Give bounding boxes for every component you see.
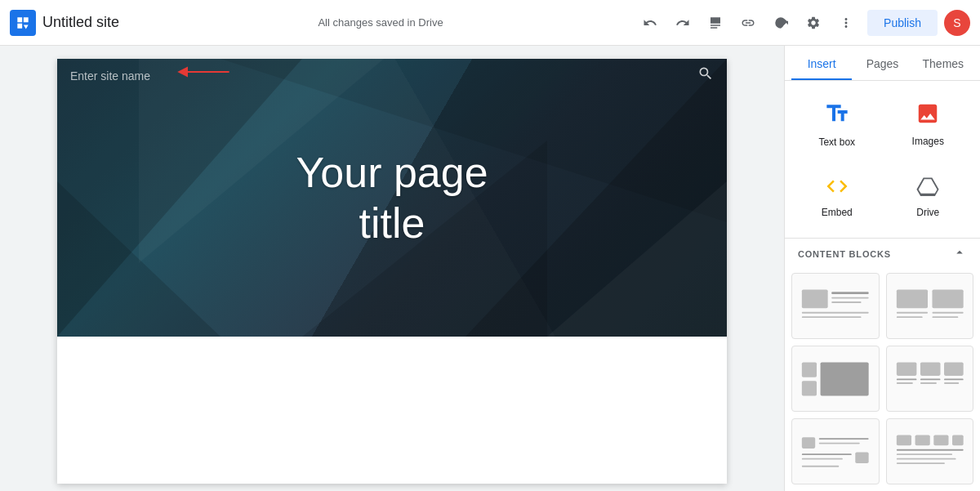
arrow-annotation bbox=[176, 64, 233, 80]
hero-section[interactable]: Your page title bbox=[57, 59, 727, 337]
svg-rect-45 bbox=[896, 453, 951, 455]
hero-title-text: Your page title bbox=[296, 147, 488, 249]
block-card-2[interactable] bbox=[886, 273, 974, 339]
insert-drive[interactable]: Drive bbox=[883, 161, 974, 231]
site-wrapper: Your page title bbox=[57, 59, 727, 484]
svg-rect-19 bbox=[932, 311, 963, 313]
svg-rect-22 bbox=[802, 381, 817, 395]
site-title[interactable]: Untitled site bbox=[42, 14, 119, 31]
topbar: Untitled site All changes saved in Drive… bbox=[0, 0, 980, 46]
svg-rect-26 bbox=[944, 362, 964, 375]
block-card-3[interactable] bbox=[791, 346, 880, 412]
svg-rect-29 bbox=[920, 378, 940, 380]
svg-rect-14 bbox=[802, 316, 862, 318]
svg-rect-35 bbox=[819, 442, 860, 444]
svg-rect-46 bbox=[896, 458, 956, 459]
right-panel: Insert Pages Themes Text box Images bbox=[784, 46, 980, 491]
drive-label: Drive bbox=[916, 207, 939, 218]
svg-rect-44 bbox=[896, 449, 963, 450]
svg-rect-12 bbox=[831, 301, 861, 303]
svg-rect-33 bbox=[802, 437, 815, 449]
settings-button[interactable] bbox=[799, 8, 828, 38]
block-card-6[interactable] bbox=[886, 418, 974, 484]
embed-icon bbox=[825, 174, 849, 202]
topbar-center: All changes saved in Drive bbox=[132, 16, 629, 29]
save-status: All changes saved in Drive bbox=[318, 16, 443, 29]
share-button[interactable] bbox=[766, 8, 795, 38]
svg-rect-20 bbox=[932, 316, 958, 318]
drive-icon bbox=[915, 174, 940, 202]
main-content: Your page title Insert Pages Themes bbox=[0, 46, 980, 491]
tab-pages[interactable]: Pages bbox=[852, 46, 912, 80]
svg-rect-23 bbox=[821, 362, 869, 395]
svg-rect-11 bbox=[831, 297, 868, 298]
images-icon bbox=[915, 101, 940, 131]
svg-rect-41 bbox=[915, 435, 929, 445]
more-button[interactable] bbox=[831, 8, 861, 38]
panel-tabs: Insert Pages Themes bbox=[785, 46, 980, 81]
tab-themes[interactable]: Themes bbox=[913, 46, 973, 80]
copy-link-button[interactable] bbox=[733, 8, 763, 38]
preview-button[interactable] bbox=[701, 8, 730, 38]
svg-rect-24 bbox=[896, 362, 916, 375]
svg-rect-17 bbox=[896, 311, 927, 313]
text-box-label: Text box bbox=[818, 136, 855, 148]
svg-rect-25 bbox=[920, 362, 940, 375]
embed-label: Embed bbox=[822, 207, 853, 218]
publish-button[interactable]: Publish bbox=[867, 10, 938, 36]
images-label: Images bbox=[912, 136, 944, 147]
svg-rect-37 bbox=[802, 458, 843, 459]
svg-rect-28 bbox=[896, 382, 912, 384]
svg-rect-47 bbox=[896, 462, 944, 464]
svg-rect-15 bbox=[896, 289, 927, 308]
svg-rect-10 bbox=[831, 292, 868, 294]
text-box-icon bbox=[824, 100, 850, 132]
svg-rect-31 bbox=[944, 378, 964, 380]
insert-grid: Text box Images Embed D bbox=[785, 81, 980, 238]
svg-rect-30 bbox=[920, 382, 936, 384]
insert-images[interactable]: Images bbox=[883, 87, 974, 161]
redo-button[interactable] bbox=[668, 8, 697, 38]
content-blocks-title: CONTENT BLOCKS bbox=[798, 249, 891, 259]
svg-rect-13 bbox=[802, 311, 869, 313]
svg-rect-9 bbox=[802, 289, 828, 308]
svg-rect-42 bbox=[933, 435, 948, 445]
content-blocks-grid bbox=[785, 266, 980, 491]
svg-rect-32 bbox=[944, 382, 959, 384]
svg-rect-38 bbox=[855, 452, 868, 463]
user-avatar[interactable]: S bbox=[944, 10, 970, 36]
block-card-5[interactable] bbox=[791, 418, 880, 484]
collapse-button[interactable] bbox=[952, 245, 967, 263]
svg-rect-21 bbox=[802, 362, 817, 377]
block-card-1[interactable] bbox=[791, 273, 880, 339]
app-logo bbox=[10, 10, 36, 36]
svg-rect-34 bbox=[819, 438, 869, 440]
canvas-area: Your page title bbox=[0, 46, 784, 491]
block-card-4[interactable] bbox=[886, 346, 974, 412]
undo-button[interactable] bbox=[635, 8, 665, 38]
insert-embed[interactable]: Embed bbox=[791, 161, 883, 231]
search-icon-hero[interactable] bbox=[697, 65, 714, 86]
topbar-actions: Publish S bbox=[635, 8, 970, 38]
hero-title[interactable]: Your page title bbox=[57, 59, 727, 337]
content-area[interactable] bbox=[57, 337, 727, 484]
svg-rect-18 bbox=[896, 316, 922, 318]
svg-rect-40 bbox=[896, 435, 911, 445]
svg-rect-27 bbox=[896, 378, 916, 380]
svg-rect-43 bbox=[952, 435, 964, 445]
svg-rect-16 bbox=[932, 289, 963, 308]
svg-rect-36 bbox=[802, 453, 852, 455]
insert-text-box[interactable]: Text box bbox=[791, 87, 883, 161]
svg-rect-39 bbox=[802, 465, 839, 466]
content-blocks-header: CONTENT BLOCKS bbox=[785, 238, 980, 266]
tab-insert[interactable]: Insert bbox=[791, 46, 852, 80]
